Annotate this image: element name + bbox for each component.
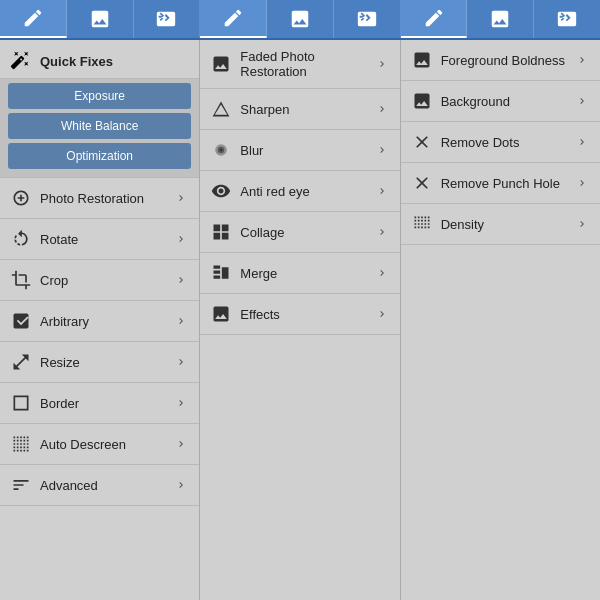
remove-dots-label: Remove Dots [441,135,574,150]
menu-item-crop[interactable]: Crop [0,260,199,301]
menu-item-anti-red-eye[interactable]: Anti red eye [200,171,399,212]
rotate-label: Rotate [40,232,173,247]
menu-item-faded-photo[interactable]: Faded Photo Restoration [200,40,399,89]
blur-icon [210,139,232,161]
faded-photo-chevron [374,56,390,72]
quick-fixes-icon [10,50,32,72]
menu-item-resize[interactable]: Resize [0,342,199,383]
rotate-icon [10,228,32,250]
foreground-boldness-icon [411,49,433,71]
faded-photo-icon [210,53,232,75]
optimization-button[interactable]: Optimization [8,143,191,169]
effects-icon [210,303,232,325]
collage-chevron [374,224,390,240]
auto-descreen-chevron [173,436,189,452]
tabs-bar [0,0,600,40]
panel-2: Faded Photo Restoration Sharpen Blur [200,40,400,600]
auto-descreen-icon [10,433,32,455]
remove-punch-hole-icon [411,172,433,194]
photo-restoration-icon [10,187,32,209]
faded-photo-label: Faded Photo Restoration [240,49,373,79]
effects-label: Effects [240,307,373,322]
menu-item-auto-descreen[interactable]: Auto Descreen [0,424,199,465]
menu-item-photo-restoration[interactable]: Photo Restoration [0,178,199,219]
tab-edit-icon-3[interactable] [401,0,468,38]
auto-descreen-label: Auto Descreen [40,437,173,452]
menu-item-effects[interactable]: Effects [200,294,399,335]
menu-item-merge[interactable]: Merge [200,253,399,294]
menu-item-advanced[interactable]: Advanced [0,465,199,506]
menu-item-density[interactable]: Density [401,204,600,245]
merge-chevron [374,265,390,281]
tab-group-1 [0,0,200,38]
collage-label: Collage [240,225,373,240]
crop-icon [10,269,32,291]
collage-icon [210,221,232,243]
menu-item-collage[interactable]: Collage [200,212,399,253]
tab-group-3 [401,0,600,38]
background-chevron [574,93,590,109]
tab-edit-icon-2[interactable] [200,0,267,38]
density-icon [411,213,433,235]
panel-3: Foreground Boldness Background Remove Do… [401,40,600,600]
resize-chevron [173,354,189,370]
tab-edit-icon-1[interactable] [0,0,67,38]
tab-photo-icon-1[interactable] [67,0,134,38]
svg-point-2 [220,149,223,152]
crop-chevron [173,272,189,288]
photo-restoration-chevron [173,190,189,206]
anti-red-eye-chevron [374,183,390,199]
menu-item-foreground-boldness[interactable]: Foreground Boldness [401,40,600,81]
background-label: Background [441,94,574,109]
menu-item-blur[interactable]: Blur [200,130,399,171]
density-label: Density [441,217,574,232]
white-balance-button[interactable]: White Balance [8,113,191,139]
density-chevron [574,216,590,232]
arbitrary-chevron [173,313,189,329]
remove-dots-icon [411,131,433,153]
merge-icon [210,262,232,284]
exposure-button[interactable]: Exposure [8,83,191,109]
sharpen-icon [210,98,232,120]
sharpen-chevron [374,101,390,117]
main-content: Quick Fixes Exposure White Balance Optim… [0,40,600,600]
resize-label: Resize [40,355,173,370]
tab-photo-icon-2[interactable] [267,0,334,38]
menu-item-remove-punch-hole[interactable]: Remove Punch Hole [401,163,600,204]
background-icon [411,90,433,112]
arbitrary-label: Arbitrary [40,314,173,329]
menu-item-rotate[interactable]: Rotate [0,219,199,260]
tab-settings-icon-3[interactable] [534,0,600,38]
blur-label: Blur [240,143,373,158]
tab-photo-icon-3[interactable] [467,0,534,38]
menu-item-background[interactable]: Background [401,81,600,122]
remove-punch-hole-chevron [574,175,590,191]
photo-restoration-label: Photo Restoration [40,191,173,206]
blur-chevron [374,142,390,158]
menu-item-sharpen[interactable]: Sharpen [200,89,399,130]
remove-dots-chevron [574,134,590,150]
crop-label: Crop [40,273,173,288]
tab-settings-icon-2[interactable] [334,0,400,38]
panel2-spacer [200,335,399,600]
panel1-spacer [0,506,199,600]
advanced-label: Advanced [40,478,173,493]
remove-punch-hole-label: Remove Punch Hole [441,176,574,191]
menu-item-arbitrary[interactable]: Arbitrary [0,301,199,342]
arbitrary-icon [10,310,32,332]
menu-item-border[interactable]: Border [0,383,199,424]
border-chevron [173,395,189,411]
menu-item-remove-dots[interactable]: Remove Dots [401,122,600,163]
quick-fixes-buttons: Exposure White Balance Optimization [0,79,199,178]
merge-label: Merge [240,266,373,281]
foreground-boldness-label: Foreground Boldness [441,53,574,68]
panel3-spacer [401,245,600,600]
tab-group-2 [200,0,400,38]
quick-fixes-label: Quick Fixes [40,54,113,69]
anti-red-eye-icon [210,180,232,202]
tab-settings-icon-1[interactable] [134,0,200,38]
quick-fixes-header: Quick Fixes [0,40,199,79]
rotate-chevron [173,231,189,247]
border-icon [10,392,32,414]
anti-red-eye-label: Anti red eye [240,184,373,199]
